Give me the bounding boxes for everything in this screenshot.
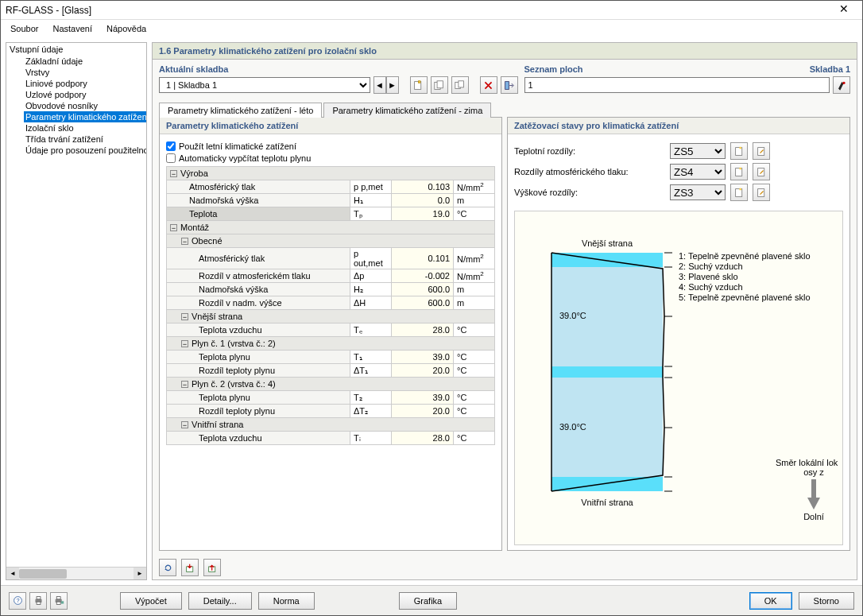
param-value[interactable]: 0.101 — [392, 248, 454, 269]
svg-rect-12 — [739, 167, 741, 169]
loadcase-new-icon[interactable] — [730, 163, 748, 180]
sidebar: Vstupní údaje Základní údajeVrstvyLiniov… — [6, 42, 147, 580]
loadcase-new-icon[interactable] — [730, 184, 748, 201]
svg-rect-3 — [437, 80, 443, 87]
loadcase-label: Výškové rozdíly: — [514, 188, 665, 197]
scroll-thumb[interactable] — [19, 569, 67, 579]
loadcase-combo[interactable]: ZS3 — [670, 184, 726, 200]
svg-text:Vnitřní strana: Vnitřní strana — [581, 498, 633, 507]
tab-summer[interactable]: Parametry klimatického zatížení - léto — [159, 103, 322, 118]
svg-rect-6 — [505, 81, 509, 89]
cb-auto-temp[interactable] — [166, 153, 176, 163]
storno-button[interactable]: Storno — [799, 592, 854, 610]
grafika-button[interactable]: Grafika — [399, 592, 457, 610]
main-panel: 1.6 Parametry klimatického zatížení pro … — [152, 42, 857, 580]
export-icon[interactable] — [203, 559, 221, 576]
sidebar-hscroll[interactable]: ◄ ► — [6, 567, 146, 579]
param-value[interactable]: 0.0 — [392, 194, 454, 207]
sidebar-item[interactable]: Vrstvy — [24, 67, 146, 78]
copy-all-icon[interactable] — [451, 76, 469, 94]
sidebar-item[interactable]: Obvodové nosníky — [24, 100, 146, 111]
param-value[interactable]: 28.0 — [392, 432, 454, 445]
pick-icon[interactable] — [833, 76, 850, 94]
svg-rect-50 — [37, 602, 41, 604]
param-value[interactable]: 600.0 — [392, 283, 454, 296]
svg-rect-1 — [419, 80, 420, 82]
menu-settings[interactable]: Nastavení — [46, 22, 99, 35]
footer: ? Výpočet Detaily... Norma Grafika OK St… — [1, 585, 862, 615]
tab-winter[interactable]: Parametry klimatického zatížení - zima — [323, 103, 491, 118]
sidebar-item[interactable]: Údaje pro posouzení použitelnosti — [24, 145, 146, 156]
param-value[interactable]: 20.0 — [392, 364, 454, 378]
help-icon[interactable]: ? — [9, 592, 26, 610]
delete-icon[interactable] — [480, 76, 497, 94]
loadcase-combo[interactable]: ZS4 — [670, 164, 726, 180]
skladba-combo[interactable]: 1 | Skladba 1 — [159, 77, 370, 93]
vypocet-button[interactable]: Výpočet — [120, 592, 182, 610]
print2-icon[interactable] — [50, 592, 68, 610]
loadcase-combo[interactable]: ZS5 — [670, 143, 726, 159]
svg-text:2: Suchý vzduch: 2: Suchý vzduch — [679, 262, 743, 271]
param-value[interactable]: 20.0 — [392, 405, 454, 418]
loadcase-edit-icon[interactable] — [753, 184, 770, 201]
svg-marker-41 — [807, 498, 820, 509]
svg-rect-53 — [56, 602, 60, 604]
import-icon[interactable] — [181, 559, 199, 576]
sidebar-item[interactable]: Třída trvání zatížení — [24, 134, 146, 145]
new-icon[interactable] — [410, 76, 428, 94]
params-pane-title: Parametry klimatického zatížení — [160, 118, 501, 134]
param-value[interactable]: 0.103 — [392, 180, 454, 194]
param-value[interactable]: 39.0 — [392, 351, 454, 364]
duplicate-icon[interactable] — [431, 76, 448, 94]
sidebar-item[interactable]: Parametry klimatického zatížení — [24, 111, 146, 122]
combo-label: Aktuální skladba — [159, 64, 228, 74]
params-pane: Parametry klimatického zatížení Použít l… — [159, 117, 502, 551]
scroll-left-icon[interactable]: ◄ — [6, 568, 19, 580]
sidebar-item[interactable]: Uzlové podpory — [24, 89, 146, 100]
sidebar-item[interactable]: Základní údaje — [24, 56, 146, 67]
svg-rect-49 — [37, 597, 41, 599]
next-icon[interactable]: ► — [386, 76, 399, 94]
loadcases-pane: Zatěžovací stavy pro klimatická zatížení… — [507, 117, 850, 551]
param-value[interactable]: 39.0 — [392, 391, 454, 405]
param-value[interactable]: -0.002 — [392, 269, 454, 283]
loadcase-edit-icon[interactable] — [753, 163, 770, 180]
svg-text:4: Suchý vzduch: 4: Suchý vzduch — [679, 282, 743, 292]
svg-point-7 — [842, 81, 845, 83]
param-value[interactable]: 19.0 — [392, 207, 454, 221]
cb-auto-temp-label: Automaticky vypčítat teplotu plynu — [179, 153, 311, 163]
loadcase-label: Rozdíly atmosférického tlaku: — [514, 167, 665, 176]
menu-help[interactable]: Nápověda — [100, 22, 153, 35]
reset-icon[interactable] — [159, 559, 176, 576]
svg-text:39.0°C: 39.0°C — [559, 311, 586, 320]
window-title: RF-GLASS - [Glass] — [6, 5, 830, 16]
svg-text:1: Tepelně zpevněné plavené sk: 1: Tepelně zpevněné plavené sklo — [679, 251, 811, 261]
svg-text:5: Tepelně zpevněné plavené sk: 5: Tepelně zpevněné plavené sklo — [679, 293, 811, 302]
prev-icon[interactable]: ◄ — [373, 76, 386, 94]
list-sublabel: Skladba 1 — [810, 64, 850, 74]
sidebar-item[interactable]: Liniové podpory — [24, 78, 146, 89]
detaily-button[interactable]: Detaily... — [188, 592, 252, 610]
titlebar: RF-GLASS - [Glass] ✕ — [1, 1, 862, 20]
glass-diagram: Vnější strana 39.0°C 39.0°C — [514, 211, 843, 545]
scroll-right-icon[interactable]: ► — [134, 568, 146, 580]
cb-use-summer[interactable] — [166, 141, 176, 151]
norma-button[interactable]: Norma — [258, 592, 315, 610]
svg-text:Směr lokální lokální: Směr lokální lokální — [776, 458, 838, 467]
svg-text:osy z: osy z — [803, 467, 824, 477]
svg-rect-15 — [739, 188, 741, 189]
assign-icon[interactable] — [501, 76, 518, 94]
plochy-input[interactable] — [524, 77, 830, 93]
close-icon[interactable]: ✕ — [830, 2, 857, 18]
param-value[interactable]: 600.0 — [392, 296, 454, 310]
print-icon[interactable] — [29, 592, 47, 610]
menu-file[interactable]: Soubor — [4, 22, 45, 35]
param-value[interactable]: 28.0 — [392, 323, 454, 337]
content: Vstupní údaje Základní údajeVrstvyLiniov… — [1, 37, 862, 585]
ok-button[interactable]: OK — [749, 592, 792, 610]
svg-rect-9 — [739, 146, 741, 148]
loadcase-new-icon[interactable] — [730, 142, 748, 160]
svg-text:3: Plavené sklo: 3: Plavené sklo — [679, 272, 738, 281]
loadcase-edit-icon[interactable] — [753, 142, 770, 160]
sidebar-item[interactable]: Izolační sklo — [24, 122, 146, 134]
